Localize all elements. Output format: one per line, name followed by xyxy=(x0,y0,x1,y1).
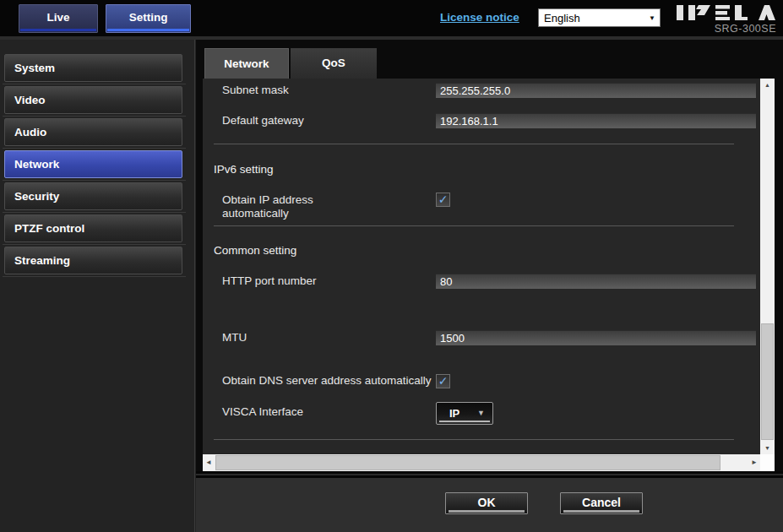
section-divider xyxy=(214,144,734,144)
mtu-label: MTU xyxy=(222,331,247,345)
sidebar-separator xyxy=(3,116,186,117)
visca-interface-value: IP xyxy=(449,407,459,420)
bottom-action-bar: OK Cancel xyxy=(196,478,783,532)
sidebar-separator xyxy=(3,180,186,181)
live-tab-label: Live xyxy=(46,11,69,24)
obtain-dns-label: Obtain DNS server address automatically xyxy=(222,374,432,388)
visca-interface-dropdown[interactable]: IP ▼ xyxy=(436,402,493,425)
sidebar-item-label: PTZF control xyxy=(14,222,84,235)
tab-network[interactable]: Network xyxy=(204,48,289,79)
sidebar-item-system[interactable]: System xyxy=(4,54,182,82)
panel-right-gutter xyxy=(775,79,783,471)
obtain-ip-checkbox[interactable]: ✓ xyxy=(436,193,450,207)
model-name: SRG-300SE xyxy=(666,23,776,35)
vertical-scrollbar[interactable]: ▲ ▼ xyxy=(760,79,775,454)
scroll-down-button[interactable]: ▼ xyxy=(760,442,775,454)
bottom-divider xyxy=(196,471,783,478)
scroll-right-icon: ► xyxy=(751,459,758,466)
default-gateway-input[interactable] xyxy=(436,113,756,128)
check-icon: ✓ xyxy=(438,374,449,388)
sidebar-item-audio[interactable]: Audio xyxy=(4,118,182,146)
cancel-button-label: Cancel xyxy=(582,496,621,509)
scroll-right-button[interactable]: ► xyxy=(748,454,760,471)
sidebar-item-label: System xyxy=(14,62,55,74)
ok-button-label: OK xyxy=(478,496,496,509)
sidebar-item-label: Network xyxy=(14,158,59,171)
horizontal-scrollbar-thumb[interactable] xyxy=(215,455,720,470)
default-gateway-label: Default gateway xyxy=(222,114,304,128)
scroll-down-icon: ▼ xyxy=(764,445,770,451)
vertical-scrollbar-thumb[interactable] xyxy=(761,323,774,440)
chevron-down-icon: ▼ xyxy=(477,409,485,417)
scroll-left-button[interactable]: ◄ xyxy=(203,454,215,471)
sidebar-separator xyxy=(3,212,186,213)
sidebar-separator xyxy=(3,276,186,277)
subnet-mask-input[interactable] xyxy=(436,83,756,98)
tab-label: QoS xyxy=(322,57,345,69)
subnet-mask-label: Subnet mask xyxy=(222,84,289,97)
language-select[interactable]: English ▼ xyxy=(538,8,661,27)
scroll-left-icon: ◄ xyxy=(205,459,212,466)
common-setting-header: Common setting xyxy=(214,244,296,257)
ipela-logo xyxy=(677,4,776,22)
sidebar-item-video[interactable]: Video xyxy=(4,86,182,114)
language-select-value: English xyxy=(544,12,580,24)
settings-sidebar: System Video Audio Network Security PTZF… xyxy=(0,40,195,532)
obtain-dns-checkbox[interactable]: ✓ xyxy=(436,374,450,388)
mtu-input[interactable] xyxy=(436,330,756,345)
panel-left-gutter xyxy=(196,79,203,471)
horizontal-scrollbar[interactable]: ◄ ► xyxy=(203,454,760,471)
scrollbar-corner xyxy=(760,454,775,471)
ipv6-setting-header: IPv6 setting xyxy=(214,163,274,176)
scroll-up-icon: ▲ xyxy=(764,82,770,88)
visca-interface-label: VISCA Interface xyxy=(222,405,303,419)
sidebar-item-label: Streaming xyxy=(14,254,70,267)
tab-qos[interactable]: QoS xyxy=(291,48,377,79)
setting-tab-button[interactable]: Setting xyxy=(106,4,191,33)
sidebar-item-label: Video xyxy=(14,94,46,106)
ok-button[interactable]: OK xyxy=(445,492,528,514)
http-port-label: HTTP port number xyxy=(222,274,317,288)
live-tab-button[interactable]: Live xyxy=(19,4,98,33)
section-divider xyxy=(214,225,734,226)
sidebar-item-streaming[interactable]: Streaming xyxy=(4,247,182,274)
top-bar: Live Setting License notice English ▼ SR… xyxy=(0,0,783,36)
sidebar-item-ptzf-control[interactable]: PTZF control xyxy=(4,214,182,242)
sidebar-item-label: Security xyxy=(14,190,59,203)
obtain-ip-label: Obtain IP address automatically xyxy=(222,193,370,220)
sidebar-item-security[interactable]: Security xyxy=(4,182,182,210)
cancel-button[interactable]: Cancel xyxy=(560,492,643,514)
http-port-input[interactable] xyxy=(436,274,756,289)
tabs-band: Network QoS xyxy=(196,40,783,79)
section-divider xyxy=(214,439,734,440)
sidebar-item-label: Audio xyxy=(14,126,46,138)
sidebar-separator xyxy=(3,148,186,149)
sidebar-menu: System Video Audio Network Security PTZF… xyxy=(4,54,182,279)
tab-label: Network xyxy=(224,57,269,70)
brand-block: SRG-300SE xyxy=(666,4,776,35)
sidebar-item-network[interactable]: Network xyxy=(4,150,182,178)
network-settings-panel: Subnet mask Default gateway IPv6 setting… xyxy=(203,79,760,454)
scroll-up-button[interactable]: ▲ xyxy=(760,79,775,91)
check-icon: ✓ xyxy=(438,193,449,206)
setting-tab-label: Setting xyxy=(129,11,168,24)
license-notice-link[interactable]: License notice xyxy=(440,11,519,24)
sidebar-separator xyxy=(3,84,186,84)
chevron-down-icon: ▼ xyxy=(649,14,655,22)
sidebar-separator xyxy=(3,244,186,245)
